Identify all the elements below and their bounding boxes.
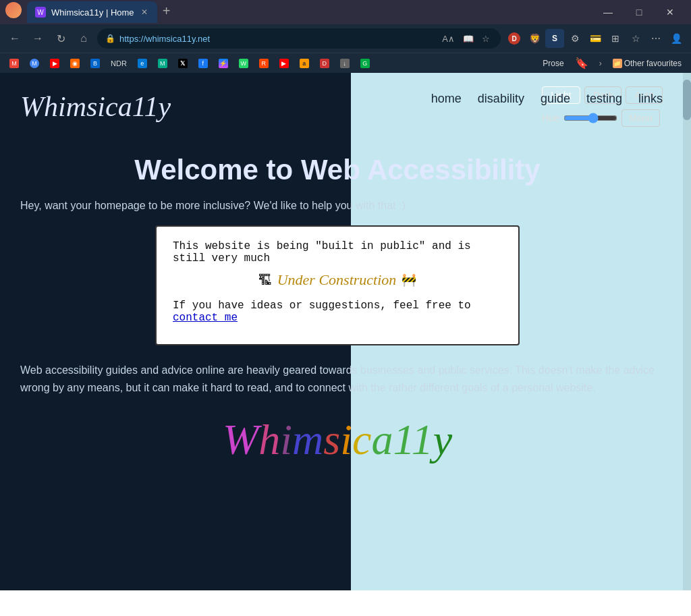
nav-links[interactable]: links xyxy=(638,92,663,106)
address-bar-row: ← → ↻ ⌂ 🔒 https://whimsica11y.net A∧ 📖 ☆… xyxy=(0,24,691,53)
bookmark-youtube[interactable]: ▶ xyxy=(46,57,63,69)
logo-letter-m: m xyxy=(292,416,323,464)
minimize-button[interactable]: — xyxy=(592,0,624,24)
construction-text: This website is being "built in public" … xyxy=(173,240,502,264)
lock-icon: 🔒 xyxy=(105,34,115,43)
hue-slider[interactable] xyxy=(563,113,617,123)
nav-testing[interactable]: testing xyxy=(586,92,622,106)
logo-letter-i: i xyxy=(280,416,292,464)
reader-icon[interactable]: 📖 xyxy=(460,32,476,45)
logo-letter-y: y xyxy=(433,416,452,464)
brave-icon[interactable]: 🦁 xyxy=(525,29,544,48)
close-button[interactable]: ✕ xyxy=(655,0,686,24)
nav-guide[interactable]: guide xyxy=(541,92,570,106)
active-tab[interactable]: W Whimsica11y | Home ✕ xyxy=(27,1,157,23)
bookmark-facebook[interactable]: f xyxy=(194,57,212,69)
construction-emoji-left: 🏗 xyxy=(258,273,272,288)
bookmark-gmail[interactable]: M xyxy=(5,57,23,69)
tab-favicon: W xyxy=(35,7,46,18)
profile-icon[interactable]: 👤 xyxy=(667,29,686,48)
refresh-button[interactable]: ↻ xyxy=(51,29,70,48)
scrollbar[interactable] xyxy=(683,73,691,590)
browser-avatar xyxy=(5,2,22,18)
maximize-button[interactable]: □ xyxy=(624,0,655,24)
construction-box: This website is being "built in public" … xyxy=(155,225,520,345)
forward-button[interactable]: → xyxy=(28,29,47,48)
bookmark-folder-other[interactable]: 📁 Other favourites xyxy=(609,57,686,69)
bookmark-blue[interactable]: B xyxy=(86,57,104,69)
site-header: Whimsica11y Light Dark Auto Hue Mono hom… xyxy=(20,86,663,127)
intro-text: Hey, want your homepage to be more inclu… xyxy=(20,200,655,212)
window-controls: — □ ✕ xyxy=(592,0,686,24)
logo-letter-11: 11 xyxy=(393,416,433,464)
browser-toolbar: D 🦁 S ⚙ 💳 ⊞ ☆ ⋯ 👤 xyxy=(505,29,686,48)
logo-letter-c: c xyxy=(352,416,371,464)
logo-letter-s: s xyxy=(323,416,340,464)
bookmark-whatsapp[interactable]: W xyxy=(235,57,252,69)
page-content: Whimsica11y Light Dark Auto Hue Mono hom… xyxy=(0,73,691,590)
bookmark-monopoly[interactable]: M xyxy=(154,57,171,69)
new-tab-button[interactable]: + xyxy=(157,1,176,20)
bookmark-gmail-text[interactable]: M xyxy=(26,57,43,69)
construction-line: 🏗 Under Construction 🚧 xyxy=(173,271,502,289)
contact-text: If you have ideas or suggestions, feel f… xyxy=(173,300,471,312)
bookmark-prose[interactable]: Prose xyxy=(538,57,568,69)
nav-disability[interactable]: disability xyxy=(478,92,524,106)
bookmarks-bar: M M ▶ ◉ B NDR e M 𝕏 f ⚡ W R ▶ a D ↓ G Pr… xyxy=(0,53,691,73)
mono-btn[interactable]: Mono xyxy=(621,109,660,127)
bookmark-orange[interactable]: ◉ xyxy=(66,57,84,69)
bookmark-messenger[interactable]: ⚡ xyxy=(215,57,232,69)
sidebar-icon[interactable]: ⊞ xyxy=(606,29,625,48)
title-bar: W Whimsica11y | Home ✕ + — □ ✕ xyxy=(0,0,691,24)
star-icon[interactable]: ☆ xyxy=(479,32,493,45)
bookmark-youtube2[interactable]: ▶ xyxy=(275,57,293,69)
address-box[interactable]: 🔒 https://whimsica11y.net A∧ 📖 ☆ xyxy=(97,28,501,49)
scrollbar-thumb[interactable] xyxy=(683,80,691,120)
back-button[interactable]: ← xyxy=(5,29,24,48)
bookmark-download[interactable]: ↓ xyxy=(336,57,354,69)
logo-letter-w: W xyxy=(223,416,258,464)
s-extension-icon[interactable]: S xyxy=(545,29,564,48)
bottom-logo: Whimsica11y xyxy=(20,412,655,466)
bookmark-x[interactable]: 𝕏 xyxy=(174,57,192,69)
page-title: Welcome to Web Accessibility xyxy=(20,154,655,186)
settings-icon[interactable]: ⚙ xyxy=(565,29,584,48)
website-content: Whimsica11y Light Dark Auto Hue Mono hom… xyxy=(0,73,683,590)
translate-icon[interactable]: A∧ xyxy=(439,32,458,45)
bookmark-amazon[interactable]: a xyxy=(296,57,313,69)
bookmark-edge[interactable]: e xyxy=(134,57,151,69)
construction-emoji-right: 🚧 xyxy=(402,273,416,287)
hue-row: Hue Mono xyxy=(542,109,663,127)
bookmark-more[interactable]: › xyxy=(595,57,606,69)
bottom-logo-text: Whimsica11y xyxy=(223,414,452,465)
contact-line: If you have ideas or suggestions, feel f… xyxy=(173,300,502,324)
more-button[interactable]: ⋯ xyxy=(646,29,665,48)
address-right-icons: A∧ 📖 ☆ xyxy=(439,32,493,45)
logo-letter-h: h xyxy=(258,416,280,464)
site-logo: Whimsica11y xyxy=(20,90,171,123)
favorites-icon[interactable]: ☆ xyxy=(626,29,645,48)
url-display: https://whimsica11y.net xyxy=(119,34,210,44)
body-text: Web accessibility guides and advice onli… xyxy=(20,362,655,396)
ext-red-icon[interactable]: D xyxy=(505,29,524,48)
wallet-icon[interactable]: 💳 xyxy=(586,29,605,48)
bookmark-reddit[interactable]: R xyxy=(255,57,273,69)
bookmark-green[interactable]: G xyxy=(356,57,374,69)
bookmark-d[interactable]: D xyxy=(316,57,333,69)
home-button[interactable]: ⌂ xyxy=(74,29,93,48)
nav-home[interactable]: home xyxy=(431,92,462,106)
main-content: Welcome to Web Accessibility Hey, want y… xyxy=(20,154,655,466)
tab-title: Whimsica11y | Home xyxy=(51,7,134,18)
site-nav: home disability guide testing links xyxy=(431,92,663,106)
contact-link[interactable]: contact me xyxy=(173,312,238,324)
logo-letter-i2: i xyxy=(340,416,352,464)
logo-letter-a: a xyxy=(371,416,393,464)
construction-label: Under Construction xyxy=(277,271,397,289)
bookmark-ndr[interactable]: NDR xyxy=(107,58,131,69)
bookmark-red-mark[interactable]: 🔖 xyxy=(571,55,592,71)
tab-close-btn[interactable]: ✕ xyxy=(140,6,149,18)
hue-label: Hue xyxy=(542,113,559,123)
